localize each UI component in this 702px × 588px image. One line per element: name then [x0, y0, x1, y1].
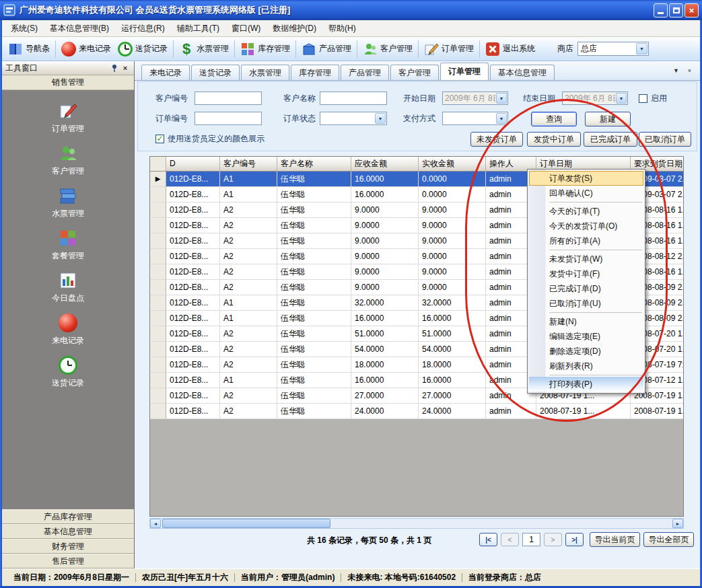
sidebar-item-water-ticket-mgmt[interactable]: 水票管理	[2, 183, 134, 225]
status-lunar-date: 农历己丑[牛]年五月十六	[136, 572, 234, 583]
row-marker	[150, 311, 166, 326]
context-menu-item[interactable]: 回单确认(C)	[529, 186, 643, 200]
sidebar-group-finance[interactable]: 财务管理	[2, 539, 134, 554]
scroll-left-icon[interactable]: ◄	[150, 519, 161, 528]
tab-basic-info[interactable]: 基本信息管理	[490, 65, 555, 80]
tab-close-button[interactable]: ×	[685, 65, 695, 75]
context-menu-item[interactable]: 新建(N)	[529, 314, 643, 329]
order-code-input[interactable]	[195, 112, 262, 125]
context-menu-item[interactable]: 已取消订单(U)	[529, 296, 643, 311]
toolbar-order-button[interactable]: 订单管理	[421, 40, 477, 59]
toolbar-navigator-button[interactable]: 导航条	[5, 40, 53, 59]
context-menu-item[interactable]: 未发货订单(W)	[529, 252, 643, 266]
sidebar-item-customer-mgmt[interactable]: 客户管理	[2, 141, 134, 183]
new-button[interactable]: 新建	[585, 112, 631, 126]
cell-receivable: 9.0000	[351, 280, 419, 295]
sidebar-item-order-mgmt[interactable]: 订单管理	[2, 98, 134, 141]
last-page-button[interactable]: >|	[565, 533, 584, 546]
tab-incoming-call[interactable]: 来电记录	[141, 65, 190, 80]
toolbar-customer-button[interactable]: 客户管理	[359, 40, 416, 59]
tab-order-mgmt[interactable]: 订单管理	[440, 63, 489, 80]
table-row[interactable]: 012D-E8... A2 伍华聪 24.0000 24.0000 admin …	[150, 404, 684, 419]
maximize-button[interactable]	[669, 3, 683, 17]
scrollbar-thumb[interactable]	[162, 519, 330, 528]
context-menu-item[interactable]: 编辑选定项(E)	[529, 329, 643, 344]
context-menu-item[interactable]: 发货中订单(F)	[529, 266, 643, 281]
tab-water-ticket[interactable]: 水票管理	[241, 65, 289, 80]
sidebar-item-delivery-record[interactable]: 送货记录	[2, 353, 134, 395]
tab-menu-button[interactable]: ▼	[671, 65, 681, 75]
context-menu-item[interactable]: 今天的订单(T)	[529, 204, 643, 219]
close-button[interactable]: ×	[685, 3, 699, 17]
scrollbar-track[interactable]	[161, 519, 672, 528]
menu-runtime-info[interactable]: 运行信息(R)	[115, 21, 171, 36]
sidebar-item-package-mgmt[interactable]: 套餐管理	[2, 225, 134, 268]
pay-method-combobox[interactable]: ▼	[442, 112, 508, 125]
end-date-picker[interactable]: 2009年 6月 8日 ▼	[562, 91, 628, 105]
enable-date-checkbox[interactable]: 启用	[639, 93, 667, 104]
tab-inventory[interactable]: 库存管理	[291, 65, 339, 80]
context-menu-item[interactable]: 今天的发货订单(O)	[529, 219, 643, 233]
context-menu-item[interactable]: 已完成订单(D)	[529, 281, 643, 296]
sidebar-group-after-sales[interactable]: 售后管理	[2, 554, 134, 568]
menu-help[interactable]: 帮助(H)	[322, 21, 362, 36]
row-marker	[150, 326, 166, 342]
toolbar-delivery-record-button[interactable]: 送货记录	[114, 40, 171, 59]
sidebar-item-daily-check[interactable]: 今日盘点	[2, 268, 134, 310]
delivery-color-checkbox[interactable]: ✓ 使用送货员定义的颜色展示	[155, 133, 265, 145]
page-number-input[interactable]: 1	[522, 533, 540, 546]
context-menu-item[interactable]: 所有的订单(A)	[529, 233, 643, 248]
sidebar-group-basic-info[interactable]: 基本信息管理	[2, 524, 134, 539]
sidebar-body: 订单管理 客户管理 水票管理 套餐管理 今日盘点 来电记录	[2, 90, 134, 509]
filter-cancelled-orders-button[interactable]: 已取消订单	[639, 132, 691, 147]
export-current-page-button[interactable]: 导出当前页	[590, 532, 640, 547]
filter-completed-orders-button[interactable]: 已完成订单	[584, 132, 637, 147]
scroll-right-icon[interactable]: ►	[672, 519, 683, 528]
context-menu-item[interactable]: 刷新列表(R)	[529, 359, 643, 373]
tab-delivery-record[interactable]: 送货记录	[191, 65, 240, 80]
minimize-button[interactable]	[654, 3, 668, 17]
context-menu-item[interactable]: 打印列表(P)	[529, 377, 643, 392]
column-header-customer-code[interactable]: 客户编号	[220, 157, 277, 172]
prev-page-button[interactable]: <	[501, 533, 519, 546]
menu-aux-tools[interactable]: 辅助工具(T)	[171, 21, 225, 36]
toolbar-water-ticket-button[interactable]: 水票管理	[176, 40, 232, 59]
menu-system[interactable]: 系统(S)	[5, 21, 44, 36]
next-page-button[interactable]: >	[544, 533, 562, 546]
sidebar-item-incoming-call[interactable]: 来电记录	[2, 310, 134, 353]
sidebar-section-sales[interactable]: 销售管理	[2, 75, 134, 90]
filter-shipping-orders-button[interactable]: 发货中订单	[527, 132, 581, 147]
t ab-customer[interactable]: 客户管理	[390, 65, 439, 80]
tab-product[interactable]: 产品管理	[341, 65, 389, 80]
title-bar[interactable]: 广州爱奇迪软件科技有限公司 会员&送货水票管理系统网络版 [已注册] ×	[0, 0, 702, 20]
column-header-customer-name[interactable]: 客户名称	[277, 157, 351, 172]
menu-window[interactable]: 窗口(W)	[225, 21, 267, 36]
sidebar-group-product-inventory[interactable]: 产品库存管理	[2, 509, 134, 524]
column-header-received[interactable]: 实收金额	[419, 157, 486, 172]
filter-unshipped-orders-button[interactable]: 未发货订单	[470, 132, 523, 147]
order-status-combobox[interactable]: ▼	[320, 112, 387, 125]
start-date-picker[interactable]: 2009年 6月 8日 ▼	[442, 91, 508, 105]
context-menu-item[interactable]: 订单发货(S)	[529, 171, 643, 186]
pin-button[interactable]	[109, 63, 120, 73]
customer-code-input[interactable]	[195, 91, 262, 105]
status-current-date: 当前日期：2009年6月8日星期一	[7, 572, 135, 583]
cell-receivable: 9.0000	[351, 203, 419, 218]
customer-name-input[interactable]	[320, 91, 387, 105]
toolbar-exit-button[interactable]: 退出系统	[482, 40, 538, 59]
column-header-receivable[interactable]: 应收金额	[351, 157, 419, 172]
store-combobox[interactable]: 总店 ▼	[577, 42, 649, 56]
context-menu-item[interactable]: 删除选定项(D)	[529, 344, 643, 359]
export-all-pages-button[interactable]: 导出全部页	[643, 532, 694, 547]
query-button[interactable]: 查询	[531, 112, 577, 126]
cell-received: 9.0000	[419, 218, 486, 233]
menu-data-maintenance[interactable]: 数据维护(D)	[267, 21, 322, 36]
horizontal-scrollbar[interactable]: ◄ ►	[149, 518, 684, 529]
first-page-button[interactable]: |<	[479, 533, 497, 546]
toolbar-product-button[interactable]: 产品管理	[298, 40, 355, 59]
menu-basic-info[interactable]: 基本信息管理(B)	[44, 21, 115, 36]
toolbar-incoming-call-button[interactable]: 来电记录	[58, 40, 114, 59]
toolbar-inventory-button[interactable]: 库存管理	[237, 40, 293, 59]
sidebar-close-button[interactable]: ×	[120, 63, 131, 73]
column-header-id[interactable]: D	[166, 157, 220, 172]
